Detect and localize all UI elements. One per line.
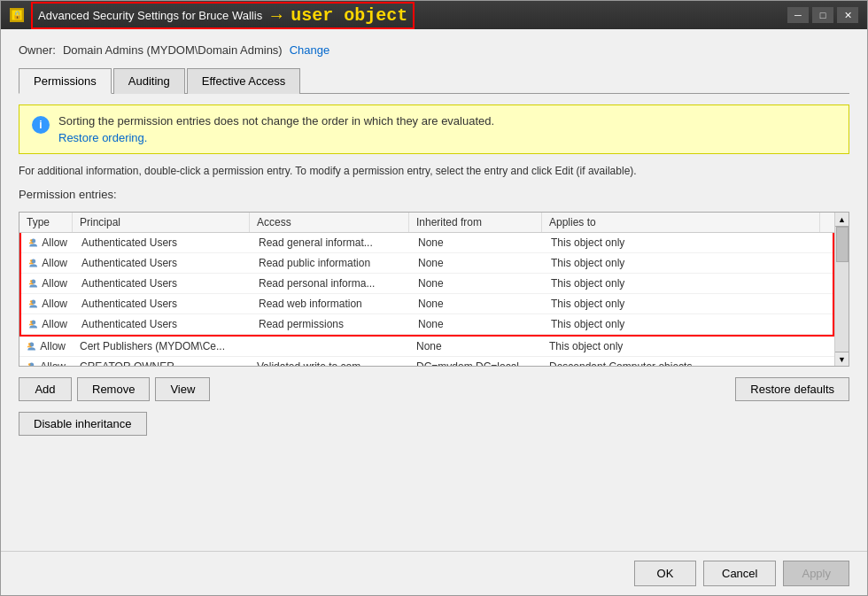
header-access: Access [250, 213, 409, 232]
scrollbar-track [835, 227, 849, 352]
header-type: Type [19, 213, 73, 232]
content-area: Owner: Domain Admins (MYDOM\Domain Admin… [1, 29, 867, 551]
tab-bar: Permissions Auditing Effective Access [19, 67, 849, 94]
svg-text:🔒: 🔒 [12, 10, 23, 20]
cell-principal: CREATOR OWNER [73, 359, 250, 366]
description-text: For additional information, double-click… [19, 165, 849, 177]
change-link[interactable]: Change [290, 43, 330, 57]
cell-type: Allow [21, 253, 74, 273]
cell-access: Validated write to com... [250, 359, 409, 366]
header-principal: Principal [73, 213, 250, 232]
cell-principal: Authenticated Users [74, 296, 252, 312]
cell-access: Read permissions [252, 316, 411, 332]
disable-inheritance-area: Disable inheritance [19, 412, 849, 436]
window-icon: 🔒 [10, 8, 24, 22]
scrollbar-up-arrow[interactable]: ▲ [835, 213, 849, 227]
cell-principal: Authenticated Users [74, 275, 252, 291]
table-row[interactable]: Allow Cert Publishers (MYDOM\Ce... None … [19, 337, 834, 357]
restore-ordering-link[interactable]: Restore ordering. [58, 131, 494, 144]
cell-access: Read web information [252, 296, 411, 312]
header-applies: Applies to [542, 213, 820, 232]
header-inherited: Inherited from [409, 213, 542, 232]
cell-inherited: None [411, 255, 544, 271]
cell-access: Read personal informa... [252, 275, 411, 291]
close-button[interactable]: ✕ [837, 7, 858, 23]
disable-inheritance-button[interactable]: Disable inheritance [19, 412, 147, 436]
scrollbar-thumb[interactable] [836, 227, 849, 262]
table-row[interactable]: Allow Authenticated Users Read public in… [21, 253, 833, 274]
view-button[interactable]: View [155, 377, 210, 401]
title-bar: 🔒 Advanced Security Settings for Bruce W… [1, 1, 867, 29]
cell-access [250, 344, 409, 348]
cell-inherited: None [411, 296, 544, 312]
cell-type: Allow [19, 337, 73, 356]
svg-point-9 [30, 300, 33, 303]
cell-inherited: None [411, 316, 544, 332]
restore-defaults-button[interactable]: Restore defaults [735, 377, 849, 401]
bottom-actions: Add Remove View Restore defaults [19, 377, 849, 401]
cell-applies: This object only [544, 255, 833, 271]
remove-button[interactable]: Remove [77, 377, 150, 401]
info-icon: i [32, 116, 50, 134]
table-inner: Type Principal Access Inherited from App… [19, 213, 834, 366]
footer: OK Cancel Apply [1, 551, 867, 595]
cancel-button[interactable]: Cancel [703, 561, 776, 586]
add-button[interactable]: Add [19, 377, 72, 401]
info-message: Sorting the permission entries does not … [58, 114, 494, 128]
table-body: Allow Authenticated Users Read general i… [19, 233, 834, 337]
scrollbar-down-arrow[interactable]: ▼ [835, 352, 849, 366]
arrow-icon: → [267, 5, 285, 26]
permissions-table: Type Principal Access Inherited from App… [19, 212, 849, 367]
table-row[interactable]: Allow Authenticated Users Read permissio… [21, 314, 833, 335]
cell-applies: This object only [542, 338, 834, 354]
tab-auditing[interactable]: Auditing [113, 68, 185, 94]
minimize-button[interactable]: ─ [787, 7, 809, 23]
owner-row: Owner: Domain Admins (MYDOM\Domain Admin… [19, 43, 849, 57]
cell-type: Allow [21, 233, 74, 252]
title-highlight-box: Advanced Security Settings for Bruce Wal… [31, 2, 415, 29]
title-text: Advanced Security Settings for Bruce Wal… [31, 2, 415, 29]
cell-inherited: None [411, 275, 544, 291]
tab-permissions[interactable]: Permissions [19, 68, 112, 94]
maximize-button[interactable]: □ [812, 7, 833, 23]
cell-type: Allow [21, 274, 74, 293]
svg-point-15 [28, 363, 31, 366]
cell-access: Read general informat... [252, 235, 411, 251]
tab-effective-access[interactable]: Effective Access [187, 68, 300, 94]
svg-point-7 [30, 280, 33, 283]
cell-type: Allow [21, 294, 74, 313]
svg-point-11 [30, 321, 33, 323]
title-bar-left: 🔒 Advanced Security Settings for Bruce W… [10, 2, 415, 29]
cell-inherited: None [411, 235, 544, 251]
info-box: i Sorting the permission entries does no… [19, 104, 849, 154]
table-row[interactable]: Allow Authenticated Users Read personal … [21, 274, 833, 294]
cell-applies: Descendant Computer objects [542, 359, 834, 366]
table-row[interactable]: Allow Authenticated Users Read general i… [21, 233, 833, 253]
table-row[interactable]: Allow CREATOR OWNER Validated write to c… [19, 357, 834, 366]
cell-principal: Authenticated Users [74, 316, 252, 332]
svg-point-13 [28, 343, 31, 345]
primary-buttons: Add Remove View [19, 377, 210, 401]
svg-point-5 [30, 259, 33, 262]
table-row[interactable]: Allow Authenticated Users Read web infor… [21, 294, 833, 314]
svg-point-3 [30, 239, 33, 242]
cell-applies: This object only [544, 296, 833, 312]
cell-principal: Cert Publishers (MYDOM\Ce... [73, 338, 250, 354]
title-annotation: user object [291, 5, 407, 26]
main-window: 🔒 Advanced Security Settings for Bruce W… [0, 0, 868, 596]
cell-principal: Authenticated Users [74, 235, 252, 251]
owner-label: Owner: [19, 43, 56, 57]
cell-access: Read public information [252, 255, 411, 271]
table-scrollbar[interactable]: ▲ ▼ [834, 213, 849, 366]
cell-applies: This object only [544, 316, 833, 332]
ok-button[interactable]: OK [634, 561, 696, 586]
cell-inherited: None [409, 338, 542, 354]
title-controls: ─ □ ✕ [787, 7, 858, 23]
cell-type: Allow [21, 314, 74, 334]
table-header: Type Principal Access Inherited from App… [19, 213, 834, 233]
cell-applies: This object only [544, 275, 833, 291]
apply-button[interactable]: Apply [783, 561, 849, 586]
cell-inherited: DC=mydom,DC=local [409, 359, 542, 366]
cell-principal: Authenticated Users [74, 255, 252, 271]
permission-entries-label: Permission entries: [19, 188, 849, 201]
